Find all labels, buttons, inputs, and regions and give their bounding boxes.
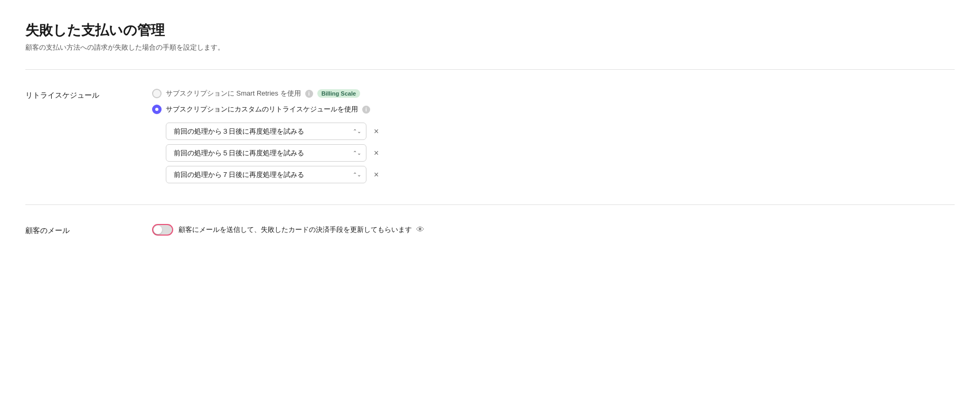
retry-schedule-label: リトライスケジュール (25, 89, 152, 100)
retry-select-wrapper-2: 前回の処理から５日後に再度処理を試みる (166, 144, 366, 162)
retry-select-wrapper-3: 前回の処理から７日後に再度処理を試みる (166, 166, 366, 183)
custom-retry-radio[interactable] (152, 105, 162, 114)
retry-items-list: 前回の処理から３日後に再度処理を試みる × 前回の処理から５日後に再度処理を試み… (166, 123, 955, 183)
retry-select-wrapper-1: 前回の処理から３日後に再度処理を試みる (166, 123, 366, 140)
custom-retry-label: サブスクリプションにカスタムのリトライスケジュールを使用 (166, 105, 358, 114)
retry-select-3[interactable]: 前回の処理から７日後に再度処理を試みる (166, 166, 366, 183)
retry-select-2[interactable]: 前回の処理から５日後に再度処理を試みる (166, 144, 366, 162)
customer-email-label: 顧客のメール (25, 224, 152, 236)
retry-item: 前回の処理から３日後に再度処理を試みる × (166, 123, 955, 140)
retry-select-1[interactable]: 前回の処理から３日後に再度処理を試みる (166, 123, 366, 140)
custom-retry-info-icon[interactable]: i (362, 106, 370, 114)
toggle-label: 顧客にメールを送信して、失敗したカードの決済手段を更新してもらいます 👁 (178, 225, 425, 235)
customer-email-section: 顧客のメール 顧客にメールを送信して、失敗したカードの決済手段を更新してもらいま… (25, 224, 955, 236)
customer-email-toggle[interactable] (152, 224, 173, 236)
header-divider (25, 69, 955, 70)
retry-item: 前回の処理から５日後に再度処理を試みる × (166, 144, 955, 162)
smart-retries-row: サブスクリプションに Smart Retries を使用 i Billing S… (152, 89, 955, 98)
section-divider (25, 204, 955, 205)
retry-remove-button-1[interactable]: × (372, 127, 381, 136)
retry-item: 前回の処理から７日後に再度処理を試みる × (166, 166, 955, 183)
eye-icon[interactable]: 👁 (416, 225, 425, 235)
page-title: 失敗した支払いの管理 (25, 21, 955, 40)
page-subtitle: 顧客の支払い方法への請求が失敗した場合の手順を設定します。 (25, 43, 955, 52)
smart-retries-radio[interactable] (152, 89, 162, 98)
retry-schedule-content: サブスクリプションに Smart Retries を使用 i Billing S… (152, 89, 955, 183)
customer-email-content: 顧客にメールを送信して、失敗したカードの決済手段を更新してもらいます 👁 (152, 224, 955, 236)
retry-remove-button-3[interactable]: × (372, 170, 381, 180)
retry-schedule-section: リトライスケジュール サブスクリプションに Smart Retries を使用 … (25, 89, 955, 183)
billing-scale-badge: Billing Scale (317, 89, 360, 98)
toggle-text: 顧客にメールを送信して、失敗したカードの決済手段を更新してもらいます (178, 225, 412, 235)
retry-remove-button-2[interactable]: × (372, 148, 381, 158)
smart-retries-info-icon[interactable]: i (305, 90, 313, 98)
toggle-wrapper: 顧客にメールを送信して、失敗したカードの決済手段を更新してもらいます 👁 (152, 224, 955, 236)
smart-retries-label: サブスクリプションに Smart Retries を使用 (166, 89, 301, 98)
custom-retry-row: サブスクリプションにカスタムのリトライスケジュールを使用 i (152, 105, 955, 114)
